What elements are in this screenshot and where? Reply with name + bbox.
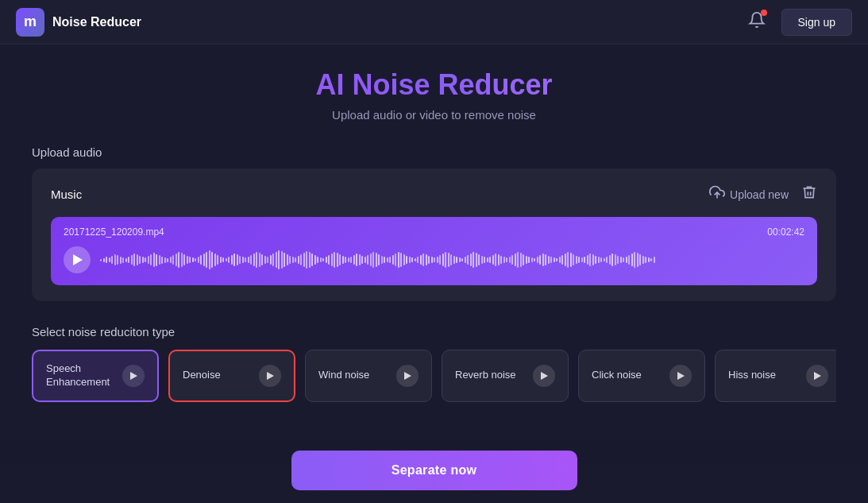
waveform-bar	[428, 256, 430, 264]
waveform-bar	[231, 255, 233, 265]
waveform-bar	[484, 257, 485, 263]
waveform-bar	[556, 258, 557, 261]
app-title: Noise Reducer	[52, 15, 141, 29]
noise-type-card-click[interactable]: Click noise	[578, 350, 705, 402]
waveform-bar	[248, 257, 249, 263]
noise-play-icon	[130, 372, 137, 380]
waveform-player	[64, 244, 804, 276]
waveform-bar	[520, 253, 522, 267]
waveform-bar	[559, 257, 561, 263]
noise-play-button-denoise[interactable]	[259, 365, 281, 387]
upload-new-button[interactable]: Upload new	[709, 184, 789, 204]
waveform-bar	[161, 257, 163, 264]
play-icon	[73, 254, 83, 265]
waveform-bar	[183, 254, 185, 265]
waveform-bar	[284, 253, 285, 267]
waveform-bar	[403, 254, 405, 265]
noise-play-icon	[541, 372, 548, 380]
waveform-bar	[592, 254, 594, 265]
waveform-bar	[637, 253, 638, 267]
play-button[interactable]	[64, 246, 91, 273]
upload-section: Upload audio Music Upload new	[32, 145, 836, 301]
waveform-bar	[122, 257, 124, 263]
waveform-bar	[450, 254, 452, 265]
upload-card: Music Upload new	[32, 168, 836, 301]
waveform-bar	[211, 252, 213, 268]
waveform-bar	[578, 257, 580, 263]
notification-button[interactable]	[745, 8, 769, 36]
upload-new-label: Upload new	[730, 188, 789, 201]
waveform-bar	[387, 257, 388, 262]
waveform-bar	[389, 257, 391, 263]
noise-card-label: Click noise	[592, 369, 642, 382]
waveform-bar	[417, 257, 419, 263]
waveform-bar	[314, 255, 316, 265]
waveform-bar	[378, 254, 380, 265]
waveform-bar	[367, 255, 368, 265]
waveform-bar	[198, 257, 199, 263]
waveform-bar	[534, 258, 535, 261]
waveform-bar	[648, 257, 650, 262]
header-left: m Noise Reducer	[16, 8, 141, 37]
waveform-bar	[139, 256, 141, 264]
waveform-bar	[548, 256, 550, 264]
main-content: AI Noise Reducer Upload audio or video t…	[0, 44, 868, 421]
waveform-bar	[500, 256, 502, 264]
signup-button[interactable]: Sign up	[781, 9, 852, 36]
waveform-bar	[287, 254, 288, 265]
waveform-bar	[356, 253, 357, 266]
waveform-bar	[576, 256, 577, 264]
waveform-bar	[515, 253, 516, 266]
separate-section: Separate now	[0, 441, 868, 503]
noise-play-button-speech[interactable]	[122, 365, 145, 387]
waveform-bar	[617, 256, 619, 264]
waveform-bar	[545, 254, 546, 265]
filename: 20171225_120209.mp4	[64, 226, 164, 238]
waveform-bar	[306, 251, 307, 269]
waveform-bar	[264, 256, 266, 264]
waveform-bar	[467, 255, 469, 265]
waveform-bar	[200, 255, 202, 265]
waveform-bar	[372, 252, 374, 268]
waveform-bar	[465, 257, 466, 263]
waveform-bar	[400, 253, 402, 267]
waveform-bar	[381, 256, 383, 264]
waveform-bar	[495, 253, 496, 266]
waveform-bar	[531, 257, 533, 262]
waveform-bar	[359, 254, 361, 265]
waveform-bar	[220, 257, 222, 263]
waveform-bar	[276, 252, 277, 268]
waveform-bar	[326, 257, 327, 263]
waveform-bar	[573, 254, 574, 265]
waveform-bar	[328, 255, 330, 265]
waveform-bar	[498, 254, 500, 265]
noise-play-button-click[interactable]	[669, 365, 692, 387]
waveform-bar	[192, 257, 194, 262]
waveform-bar	[361, 256, 363, 264]
waveform-bar	[365, 257, 366, 263]
noise-type-card-denoise[interactable]: Denoise	[168, 350, 295, 402]
waveform-bar	[303, 253, 305, 267]
waveform-bar	[528, 257, 530, 263]
delete-button[interactable]	[801, 184, 817, 204]
noise-play-button-reverb[interactable]	[533, 365, 555, 387]
noise-type-card-speech[interactable]: Speech Enhancement	[32, 350, 159, 402]
waveform-bar	[589, 253, 591, 266]
noise-type-card-wind[interactable]: Wind noise	[305, 350, 432, 402]
waveform-bar	[164, 257, 166, 263]
duration: 00:02:42	[767, 226, 804, 238]
app-header: m Noise Reducer Sign up	[0, 0, 868, 44]
noise-play-button-hiss[interactable]	[806, 365, 828, 387]
waveform-bar	[584, 257, 585, 263]
waveform-bar	[245, 257, 246, 262]
waveform-bar	[270, 255, 272, 265]
separate-now-button[interactable]: Separate now	[291, 451, 577, 490]
noise-type-card-reverb[interactable]: Reverb noise	[442, 350, 569, 402]
noise-play-button-wind[interactable]	[396, 365, 419, 387]
noise-type-card-hiss[interactable]: Hiss noise	[715, 350, 836, 402]
waveform-bar	[109, 257, 110, 262]
waveform-container: 20171225_120209.mp4 00:02:42	[51, 217, 817, 285]
waveform-bar	[228, 257, 230, 263]
waveform-bar	[111, 256, 113, 264]
waveform-bar	[539, 255, 541, 265]
